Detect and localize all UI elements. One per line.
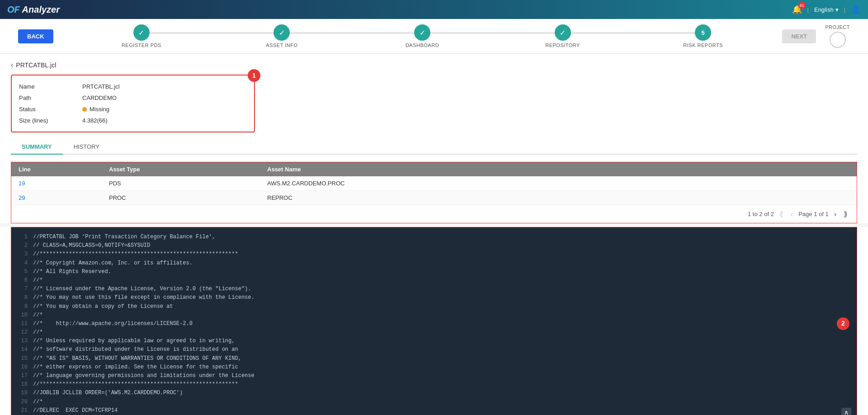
code-line: 21//DELREC EXEC DCM=TCFRP14 bbox=[19, 406, 849, 415]
pagination-next-btn[interactable]: › bbox=[832, 209, 838, 219]
line-number: 7 bbox=[19, 285, 28, 293]
line-content: //* "AS IS" BASIS, WITHOUT WARRANTIES OR… bbox=[33, 354, 241, 363]
line-number: 20 bbox=[19, 398, 28, 406]
line-number: 5 bbox=[19, 268, 28, 276]
line-number: 16 bbox=[19, 363, 28, 372]
info-value-name: PRTCATBL.jcl bbox=[82, 83, 120, 90]
step-label-repository: REPOSITORY bbox=[545, 42, 580, 48]
line-number: 12 bbox=[19, 328, 28, 337]
breadcrumb: ‹ PRTCATBL.jcl bbox=[11, 61, 857, 69]
table-row: 29 PROC REPROC bbox=[11, 191, 857, 205]
line-content: //* language governing permissions and l… bbox=[33, 372, 255, 380]
scroll-up-button[interactable]: ∧ bbox=[841, 408, 851, 415]
project-label: PROJECT bbox=[825, 24, 850, 30]
code-line: 9//* You may obtain a copy of the Licens… bbox=[19, 302, 849, 311]
info-label-path: Path bbox=[19, 94, 82, 101]
col-header-line: Line bbox=[11, 162, 102, 176]
tabs: SUMMARY HISTORY bbox=[11, 140, 857, 155]
breadcrumb-filename: PRTCATBL.jcl bbox=[16, 61, 56, 69]
line-content: //* http://www.apache.org/licenses/LICEN… bbox=[33, 320, 193, 328]
pagination-page-info: Page 1 of 1 bbox=[798, 211, 829, 217]
project-circle bbox=[830, 32, 846, 48]
code-line: 7//* Licensed under the Apache License, … bbox=[19, 285, 849, 293]
bell-badge: 41 bbox=[798, 2, 806, 9]
status-dot-icon bbox=[82, 107, 87, 112]
line-content: //* All Rights Reserved. bbox=[33, 268, 111, 276]
col-header-asset-name: Asset Name bbox=[260, 162, 857, 176]
line-content: //**************************************… bbox=[33, 380, 238, 389]
line-number: 18 bbox=[19, 380, 28, 389]
line-content: //* bbox=[33, 328, 43, 337]
step-label-asset-info: ASSET INFO bbox=[266, 42, 297, 48]
line-number: 19 bbox=[19, 389, 28, 397]
code-editor[interactable]: 2 1//PRTCATBL JOB 'Print Trasaction Cate… bbox=[11, 227, 857, 415]
language-selector[interactable]: English ▾ bbox=[814, 6, 839, 13]
back-button[interactable]: BACK bbox=[18, 29, 53, 43]
header-divider-2: | bbox=[844, 6, 845, 13]
line-number: 4 bbox=[19, 259, 28, 268]
line-content: // CLASS=A,MSGCLASS=0,NOTIFY=&SYSUID bbox=[33, 241, 150, 250]
info-label-status: Status bbox=[19, 106, 82, 113]
info-badge: 1 bbox=[248, 69, 260, 82]
line-content: //**************************************… bbox=[33, 250, 238, 259]
header-divider: | bbox=[807, 6, 809, 13]
step-circle-risk-reports[interactable]: 5 bbox=[695, 24, 711, 41]
info-row-size: Size (lines) 4.382(66) bbox=[19, 115, 247, 126]
code-line: 12//* bbox=[19, 328, 849, 337]
step-circle-asset-info[interactable]: ✓ bbox=[274, 24, 290, 41]
code-editor-section: 2 1//PRTCATBL JOB 'Print Trasaction Cate… bbox=[0, 227, 868, 415]
info-label-size: Size (lines) bbox=[19, 117, 82, 124]
app-logo: OF Analyzer bbox=[7, 5, 60, 15]
line-link[interactable]: 29 bbox=[19, 194, 25, 201]
line-content: //* either express or implied. See the L… bbox=[33, 363, 238, 372]
wizard-nav: BACK ✓ REGISTER PDS ✓ ASSET INFO ✓ DASHB… bbox=[0, 19, 868, 54]
pagination: 1 to 2 of 2 ⟪ ‹ Page 1 of 1 › ⟫ bbox=[11, 205, 857, 223]
tab-history[interactable]: HISTORY bbox=[63, 140, 110, 155]
code-line: 3//*************************************… bbox=[19, 250, 849, 259]
step-circle-repository[interactable]: ✓ bbox=[555, 24, 571, 41]
step-circle-register-pds[interactable]: ✓ bbox=[133, 24, 150, 41]
pagination-range: 1 to 2 of 2 bbox=[748, 211, 774, 217]
line-content: //JOBLIB JCLLIB ORDER=('AWS.M2.CARDDEMO.… bbox=[33, 389, 183, 397]
step-circle-dashboard[interactable]: ✓ bbox=[414, 24, 430, 41]
wizard-project: PROJECT bbox=[825, 24, 850, 48]
info-row-name: Name PRTCATBL.jcl bbox=[19, 81, 247, 92]
info-value-status: Missing bbox=[82, 106, 109, 113]
language-label: English bbox=[814, 6, 834, 13]
code-line: 6//* bbox=[19, 276, 849, 285]
pagination-first-btn[interactable]: ⟪ bbox=[778, 209, 785, 219]
pagination-prev-btn[interactable]: ‹ bbox=[789, 209, 795, 219]
line-number: 2 bbox=[19, 241, 28, 250]
line-number: 17 bbox=[19, 372, 28, 380]
pagination-last-btn[interactable]: ⟫ bbox=[842, 209, 849, 219]
next-button[interactable]: NEXT bbox=[782, 29, 816, 43]
code-line: 18//************************************… bbox=[19, 380, 849, 389]
line-number: 21 bbox=[19, 406, 28, 415]
table-row: 19 PDS AWS.M2.CARDDEMO.PROC bbox=[11, 176, 857, 191]
breadcrumb-arrow-icon: ‹ bbox=[11, 61, 13, 69]
line-number: 10 bbox=[19, 311, 28, 320]
line-content: //* Copyright Amazon.com, Inc. or its af… bbox=[33, 259, 193, 268]
tab-summary[interactable]: SUMMARY bbox=[11, 140, 63, 155]
info-card: 1 Name PRTCATBL.jcl Path CARDDEMO Status… bbox=[11, 75, 255, 132]
notification-bell[interactable]: 🔔 41 bbox=[792, 5, 802, 14]
line-content: //* Unless required by applicable law or… bbox=[33, 337, 235, 345]
wizard-step-register-pds: ✓ REGISTER PDS bbox=[71, 24, 212, 48]
data-table: Line Asset Type Asset Name 19 PDS AWS.M2… bbox=[11, 162, 857, 205]
info-value-size: 4.382(66) bbox=[82, 117, 108, 124]
line-content: //DELREC EXEC DCM=TCFRP14 bbox=[33, 406, 118, 415]
line-link[interactable]: 19 bbox=[19, 180, 25, 187]
line-content: //* bbox=[33, 311, 43, 320]
cell-asset-type: PDS bbox=[102, 176, 260, 191]
code-line: 2// CLASS=A,MSGCLASS=0,NOTIFY=&SYSUID bbox=[19, 241, 849, 250]
wizard-step-dashboard: ✓ DASHBOARD bbox=[352, 24, 493, 48]
code-line: 4//* Copyright Amazon.com, Inc. or its a… bbox=[19, 259, 849, 268]
line-number: 6 bbox=[19, 276, 28, 285]
cell-line: 19 bbox=[11, 176, 102, 191]
dropdown-arrow-icon: ▾ bbox=[835, 6, 839, 13]
wizard-step-repository: ✓ REPOSITORY bbox=[492, 24, 633, 48]
step-label-register-pds: REGISTER PDS bbox=[122, 42, 161, 48]
wizard-step-asset-info: ✓ ASSET INFO bbox=[212, 24, 352, 48]
code-line: 5//* All Rights Reserved. bbox=[19, 268, 849, 276]
user-icon[interactable]: 👤 bbox=[851, 5, 861, 14]
